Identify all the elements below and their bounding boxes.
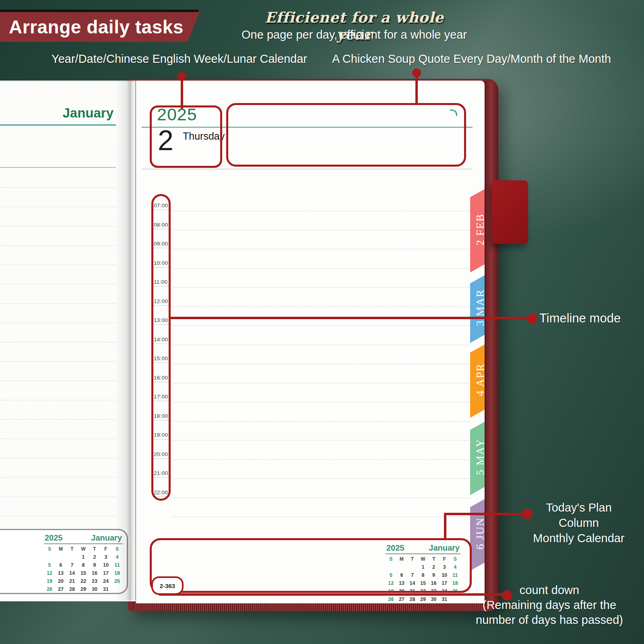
calendar-day: 9 — [89, 561, 100, 569]
calendar-day: 19 — [44, 578, 55, 585]
calendar-day-header: T — [66, 545, 78, 553]
calendar-day: 29 — [78, 586, 89, 593]
schedule-dotted-line — [173, 516, 469, 517]
ruled-line — [0, 187, 116, 188]
calendar-day: 17 — [100, 570, 111, 577]
schedule-dotted-line — [173, 249, 469, 250]
banner-label: Arrange daily tasks — [0, 16, 184, 38]
timeline-annotation-dot — [527, 314, 537, 324]
calendar-day: 24 — [100, 578, 111, 585]
countdown-line3: number of days has passed) — [459, 613, 640, 627]
subheadline: One page per day, efficient for a whole … — [225, 28, 483, 41]
left-page-month-title: January — [62, 105, 114, 121]
calendar-day-headers: SMTWTFS — [44, 545, 123, 553]
schedule-dotted-line — [173, 421, 469, 422]
calendar-day-header: S — [44, 545, 55, 553]
schedule-dotted-line — [173, 402, 469, 402]
calendar-day-header: W — [78, 545, 89, 553]
callout-line-quote — [415, 73, 418, 105]
countdown-line2: (Remaining days after the — [459, 598, 640, 613]
bookmark-tab — [492, 180, 528, 244]
calendar-day: 31 — [100, 586, 111, 593]
calendar-day: 8 — [78, 561, 89, 569]
calendar-day: 29 — [418, 596, 429, 603]
calendar-title: 2025January — [44, 533, 123, 544]
calendar-day: 10 — [100, 561, 111, 569]
left-mini-calendar: 2025JanuarySMTWTFS1234567891011121314151… — [44, 533, 123, 593]
schedule-dotted-line — [173, 478, 469, 479]
plan-annotation-vline — [444, 513, 446, 539]
left-mini-calendar-box: 2025JanuarySMTWTFS1234567891011121314151… — [0, 529, 128, 594]
calendar-day: 28 — [407, 596, 418, 603]
quote-highlight-box — [226, 103, 466, 167]
timeline-annotation-label: Timeline mode — [539, 311, 621, 326]
schedule-dotted-line — [173, 230, 469, 231]
calendar-day: 7 — [66, 561, 78, 569]
calendar-day: 2 — [89, 553, 100, 561]
plan-annotation-line1: Today's Plan Column — [530, 500, 627, 530]
plan-highlight-box — [150, 538, 472, 593]
calendar-day-header: F — [100, 545, 111, 553]
calendar-day: 30 — [428, 596, 439, 603]
calendar-day: 5 — [44, 561, 55, 569]
left-page-header-rule — [0, 167, 116, 168]
calendar-year: 2025 — [45, 533, 63, 543]
ruled-line — [0, 361, 116, 362]
calendar-day: 1 — [78, 553, 89, 561]
plan-annotation-line2: Monthly Calendar — [530, 530, 627, 546]
date-highlight-box — [150, 105, 222, 168]
ruled-line — [0, 245, 116, 246]
callout-date-header: Year/Date/Chinese English Week/Lunar Cal… — [52, 52, 293, 66]
calendar-day-header: T — [89, 545, 100, 553]
ruled-line — [0, 206, 116, 207]
ruled-line — [0, 496, 116, 497]
calendar-day: 13 — [55, 570, 66, 577]
ruled-line — [0, 303, 116, 304]
calendar-day: 16 — [89, 570, 100, 577]
ruled-line — [0, 477, 116, 478]
spine-line — [135, 80, 136, 601]
ruled-line — [0, 438, 116, 439]
ruled-line — [0, 458, 116, 458]
schedule-dotted-line — [173, 325, 469, 326]
calendar-grid: 1234567891011121314151617181920212223242… — [44, 553, 123, 593]
schedule-dotted-line — [173, 383, 469, 384]
ruled-line — [0, 516, 116, 516]
ruled-line — [0, 226, 116, 227]
right-page-header-rule — [142, 169, 473, 169]
schedule-dotted-line — [173, 459, 469, 460]
plan-annotation-label: Today's Plan Column Monthly Calendar — [530, 500, 627, 546]
calendar-day-header: M — [55, 545, 66, 553]
ruled-line — [0, 342, 116, 343]
left-page-teal-rule — [0, 124, 116, 126]
calendar-day: 15 — [78, 570, 89, 577]
ruled-line — [0, 322, 116, 323]
ruled-line — [0, 400, 116, 400]
calendar-day — [66, 553, 78, 561]
callout-line-date — [181, 76, 183, 109]
calendar-day: 26 — [386, 596, 396, 603]
calendar-day: 21 — [66, 578, 78, 585]
calendar-day — [44, 553, 55, 561]
spine-shading — [115, 80, 138, 601]
callout-dot-quote — [412, 68, 421, 77]
cover-right-edge — [485, 81, 498, 606]
schedule-dotted-line — [173, 268, 469, 269]
schedule-dotted-line — [173, 306, 469, 307]
calendar-day: 14 — [66, 570, 78, 577]
calendar-day: 3 — [100, 553, 111, 561]
calendar-day: 26 — [44, 586, 55, 593]
schedule-dotted-line — [173, 497, 469, 498]
calendar-day: 30 — [89, 586, 100, 593]
timeline-annotation-line — [169, 317, 531, 319]
plan-annotation-hline — [444, 513, 524, 515]
calendar-day: 6 — [55, 561, 66, 569]
ruled-line — [0, 419, 116, 420]
ruled-line — [0, 284, 116, 285]
schedule-dotted-line — [173, 363, 469, 364]
ruled-line — [0, 380, 116, 381]
calendar-day: 20 — [55, 578, 66, 585]
callout-dot-date — [178, 72, 186, 81]
schedule-dotted-line — [173, 211, 469, 211]
ruled-line — [0, 264, 116, 265]
